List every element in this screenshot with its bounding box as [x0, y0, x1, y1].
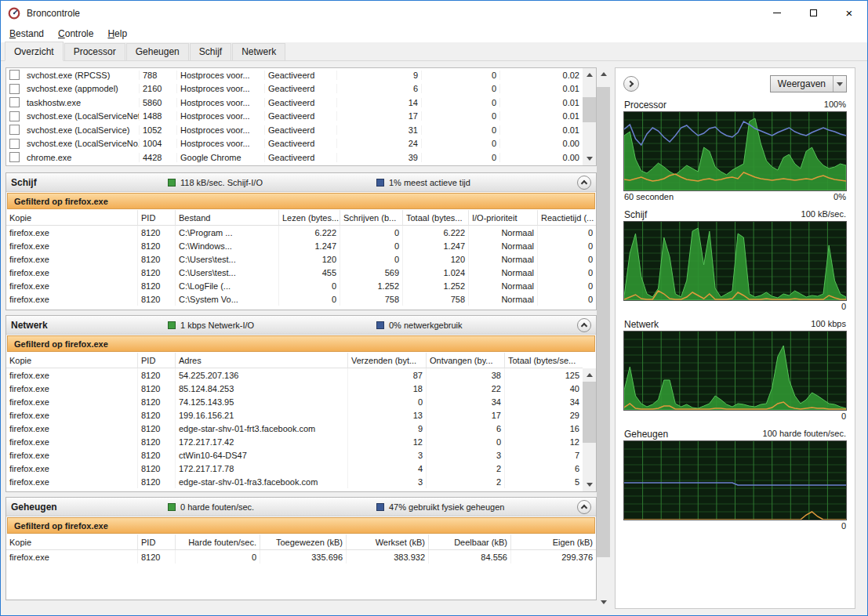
disk-row[interactable]: firefox.exe 8120 C:\Windows... 1.247 0 1… — [6, 239, 596, 252]
column-deelbaar[interactable]: Deelbaar (kB) — [429, 534, 511, 549]
menu-help[interactable]: Help — [100, 26, 134, 42]
disk-legend-io: 118 kB/sec. Schijf-I/O — [168, 178, 376, 187]
chevron-up-icon — [581, 323, 587, 329]
column-schrijven[interactable]: Schrijven (b... — [340, 210, 403, 225]
column-bestand[interactable]: Bestand — [176, 210, 279, 225]
menu-controle[interactable]: Controle — [51, 26, 100, 42]
column-pid[interactable]: PID — [138, 353, 176, 368]
column-ontvangen[interactable]: Ontvangen (by... — [427, 353, 505, 368]
column-lezen[interactable]: Lezen (bytes... — [279, 210, 340, 225]
menu-bestand[interactable]: Bestand — [2, 26, 51, 42]
disk-row[interactable]: firefox.exe 8120 C:\Users\test... 455 56… — [6, 266, 596, 279]
process-description: Hostproces voor... — [177, 98, 265, 107]
maximize-button[interactable] — [795, 1, 831, 25]
views-dropdown-button[interactable]: Weergaven — [770, 75, 847, 92]
network-row[interactable]: firefox.exe 8120 54.225.207.136 87 38 12… — [6, 368, 583, 382]
disk-row[interactable]: firefox.exe 8120 C:\Program ... 6.222 0 … — [6, 226, 596, 239]
menubar: Bestand Controle Help — [1, 25, 867, 42]
network-table-scrollbar[interactable] — [583, 368, 596, 491]
column-io-prioriteit[interactable]: I/O-prioriteit — [469, 210, 538, 225]
disk-row-pid: 8120 — [138, 292, 176, 306]
network-collapse-button[interactable] — [577, 318, 591, 332]
main-scrollbar[interactable] — [597, 67, 610, 609]
disk-row[interactable]: firefox.exe 8120 C:\LogFile (... 0 1.252… — [6, 279, 596, 292]
process-pid: 1488 — [140, 111, 177, 121]
column-pid[interactable]: PID — [138, 210, 176, 225]
tab-schijf[interactable]: Schijf — [190, 43, 231, 60]
process-name: chrome.exe — [24, 153, 140, 162]
disk-row[interactable]: firefox.exe 8120 C:\Users\test... 120 0 … — [6, 252, 596, 266]
column-kopie[interactable]: Kopie — [6, 210, 138, 225]
column-harde-fouten[interactable]: Harde fouten/sec. — [176, 534, 260, 549]
tab-processor[interactable]: Processor — [64, 43, 125, 60]
process-row[interactable]: svchost.exe (LocalServiceNet... 1488 Hos… — [6, 110, 583, 124]
process-row[interactable]: svchost.exe (LocalServiceNo... 1004 Host… — [6, 137, 583, 151]
tab-overzicht[interactable]: Overzicht — [5, 42, 64, 61]
network-section-title: Netwerk — [11, 320, 168, 331]
column-verzenden[interactable]: Verzenden (byt... — [348, 353, 427, 368]
network-row[interactable]: firefox.exe 8120 edge-star-shv-01-fra3.f… — [6, 475, 583, 488]
scrollbar-thumb[interactable] — [583, 382, 596, 443]
scroll-down-icon[interactable] — [583, 478, 596, 491]
network-row[interactable]: firefox.exe 8120 85.124.84.253 18 22 40 — [6, 382, 583, 395]
disk-row-file: C:\System Vo... — [176, 292, 279, 306]
close-button[interactable]: × — [831, 1, 867, 25]
scroll-up-icon[interactable] — [583, 368, 596, 382]
chart-max-label: 100% — [824, 100, 846, 111]
network-row[interactable]: firefox.exe 8120 edge-star-shv-01-frt3.f… — [6, 422, 583, 435]
process-threads: 39 — [337, 153, 422, 162]
memory-section-title: Geheugen — [11, 502, 168, 513]
column-totaal[interactable]: Totaal (bytes... — [403, 210, 469, 225]
column-eigen[interactable]: Eigen (kB) — [511, 534, 596, 549]
network-row[interactable]: firefox.exe 8120 199.16.156.21 13 17 29 — [6, 408, 583, 422]
process-checkbox[interactable] — [9, 152, 20, 162]
process-row[interactable]: svchost.exe (RPCSS) 788 Hostproces voor.… — [6, 68, 583, 82]
column-toegewezen[interactable]: Toegewezen (kB) — [260, 534, 347, 549]
tab-geheugen[interactable]: Geheugen — [126, 43, 189, 60]
process-row[interactable]: svchost.exe (LocalService) 1052 Hostproc… — [6, 123, 583, 137]
collapse-graphs-button[interactable] — [623, 76, 639, 92]
column-totaal[interactable]: Totaal (bytes/se... — [505, 353, 583, 368]
process-status: Geactiveerd — [265, 139, 337, 148]
process-row[interactable]: svchost.exe (appmodel) 2160 Hostproces v… — [6, 82, 583, 96]
chart-min-label: 0 — [841, 411, 846, 421]
column-adres[interactable]: Adres — [176, 353, 348, 368]
process-checkbox[interactable] — [9, 125, 20, 135]
memory-row[interactable]: firefox.exe 8120 0 335.696 383.932 84.55… — [6, 550, 596, 563]
scrollbar-thumb[interactable] — [597, 87, 610, 557]
column-kopie[interactable]: Kopie — [6, 353, 138, 368]
scrollbar-thumb[interactable] — [583, 97, 596, 122]
process-checkbox[interactable] — [9, 97, 20, 107]
network-row[interactable]: firefox.exe 8120 ctWin10-64-DS47 3 3 7 — [6, 448, 583, 462]
process-checkbox[interactable] — [9, 70, 20, 80]
process-list-scrollbar[interactable] — [583, 68, 596, 165]
process-avg-cpu: 0.00 — [500, 139, 583, 148]
process-cpu: 0 — [422, 71, 500, 80]
column-kopie[interactable]: Kopie — [6, 534, 138, 549]
scroll-down-icon[interactable] — [597, 596, 610, 609]
scroll-up-icon[interactable] — [583, 68, 596, 82]
tab-netwerk[interactable]: Netwerk — [232, 43, 285, 60]
memory-collapse-button[interactable] — [577, 500, 591, 514]
process-checkbox[interactable] — [9, 111, 20, 121]
network-row[interactable]: firefox.exe 8120 172.217.17.78 4 2 6 — [6, 462, 583, 475]
column-pid[interactable]: PID — [138, 534, 176, 549]
disk-row[interactable]: firefox.exe 8120 C:\System Vo... 0 758 7… — [6, 292, 596, 306]
process-threads: 24 — [337, 139, 422, 148]
disk-row-name: firefox.exe — [6, 279, 138, 292]
disk-section-title: Schijf — [11, 177, 168, 188]
column-werkset[interactable]: Werkset (kB) — [347, 534, 429, 549]
process-row[interactable]: taskhostw.exe 5860 Hostproces voor... Ge… — [6, 96, 583, 110]
network-table-header: Kopie PID Adres Verzenden (byt... Ontvan… — [6, 353, 583, 368]
process-cpu: 0 — [422, 125, 500, 135]
network-row[interactable]: firefox.exe 8120 172.217.17.42 12 0 12 — [6, 435, 583, 448]
process-checkbox[interactable] — [9, 84, 20, 94]
disk-collapse-button[interactable] — [577, 176, 591, 190]
network-row[interactable]: firefox.exe 8120 74.125.143.95 0 34 34 — [6, 395, 583, 408]
process-row[interactable]: chrome.exe 4428 Google Chrome Geactiveer… — [6, 150, 583, 165]
scroll-up-icon[interactable] — [597, 67, 610, 81]
column-reactietijd[interactable]: Reactietijd (... — [538, 210, 596, 225]
minimize-button[interactable] — [759, 1, 795, 25]
process-checkbox[interactable] — [9, 139, 20, 149]
scroll-down-icon[interactable] — [583, 152, 596, 165]
